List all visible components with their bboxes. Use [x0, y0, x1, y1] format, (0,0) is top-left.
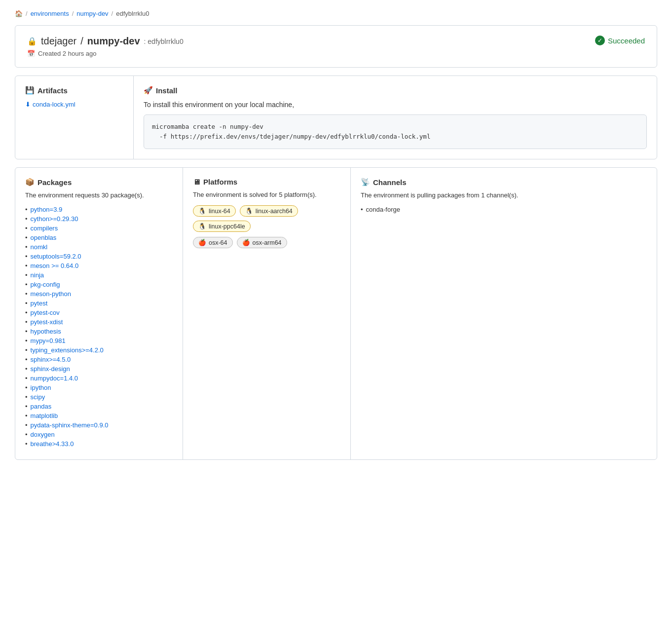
channels-column: 📡 Channels The environment is pulling pa… [351, 168, 657, 459]
linux-tags-row: 🐧linux-64🐧linux-aarch64🐧linux-ppc64le [193, 205, 340, 232]
package-item: scipy [25, 393, 173, 401]
calendar-icon: 📅 [27, 50, 35, 57]
status-badge: ✓ Succeeded [595, 36, 645, 45]
download-icon: ⬇ [25, 101, 31, 108]
osx-tags-row: 🍎osx-64🍎osx-arm64 [193, 237, 340, 248]
package-item: openblas [25, 234, 173, 241]
conda-lock-label: conda-lock.yml [33, 101, 75, 108]
platforms-title: 🖥 Platforms [193, 178, 340, 186]
repo-owner: tdejager [41, 36, 76, 47]
package-item: hypothesis [25, 328, 173, 335]
packages-column: 📦 Packages The environment requests 30 p… [15, 168, 183, 459]
platform-label: osx-arm64 [253, 239, 282, 246]
breadcrumb-repo[interactable]: numpy-dev [76, 10, 108, 17]
linux-icon: 🐧 [245, 207, 253, 215]
header-meta: 📅 Created 2 hours ago [27, 50, 184, 57]
package-item: pytest [25, 300, 173, 307]
linux-icon: 🐧 [198, 223, 206, 230]
package-item: pytest-xdist [25, 318, 173, 326]
repo-name: numpy-dev [87, 36, 140, 47]
header-separator: / [80, 36, 83, 47]
osx-icon: 🍎 [242, 239, 250, 246]
install-code-block[interactable]: micromamba create -n numpy-dev -f https:… [144, 114, 647, 149]
package-item: meson-python [25, 290, 173, 298]
package-item: sphinx-design [25, 365, 173, 373]
build-id-label: : edfyblrrklu0 [144, 38, 184, 45]
header-left: 🔒 tdejager / numpy-dev : edfyblrrklu0 📅 … [27, 36, 184, 57]
platforms-column: 🖥 Platforms The environment is solved fo… [183, 168, 351, 459]
package-item: doxygen [25, 431, 173, 438]
package-item: meson >= 0.64.0 [25, 262, 173, 269]
platform-tag-linux: 🐧linux-ppc64le [193, 221, 251, 232]
platforms-description: The environment is solved for 5 platform… [193, 191, 340, 198]
platform-label: linux-64 [209, 208, 230, 215]
osx-icon: 🍎 [198, 239, 206, 246]
install-title: 🚀 Install [144, 86, 647, 95]
package-item: numpydoc=1.4.0 [25, 375, 173, 382]
packages-title: 📦 Packages [25, 178, 173, 187]
packages-list: python=3.9cython>=0.29.30compilersopenbl… [25, 206, 173, 448]
platform-tag-linux: 🐧linux-aarch64 [240, 205, 298, 217]
package-item: ninja [25, 271, 173, 279]
artifacts-icon: 💾 [25, 86, 35, 95]
package-item: typing_extensions>=4.2.0 [25, 346, 173, 354]
package-item: pytest-cov [25, 309, 173, 316]
breadcrumb: 🏠 / environments / numpy-dev / edfyblrrk… [15, 10, 657, 17]
artifacts-title: 💾 Artifacts [25, 86, 123, 95]
install-card: 🚀 Install To install this environment on… [134, 76, 657, 159]
status-label: Succeeded [608, 37, 645, 45]
lock-icon: 🔒 [27, 37, 37, 46]
package-item: setuptools=59.2.0 [25, 253, 173, 260]
package-item: pandas [25, 403, 173, 410]
platform-tag-osx: 🍎osx-64 [193, 237, 233, 248]
channels-icon: 📡 [361, 178, 370, 187]
platform-label: linux-ppc64le [209, 223, 245, 230]
packages-icon: 📦 [25, 178, 35, 187]
breadcrumb-sep3: / [112, 10, 113, 17]
platforms-icon: 🖥 [193, 178, 200, 186]
channels-title: 📡 Channels [361, 178, 647, 187]
package-item: ipython [25, 384, 173, 391]
platform-tag-linux: 🐧linux-64 [193, 205, 236, 217]
channels-list: conda-forge [361, 206, 647, 213]
package-item: cython>=0.29.30 [25, 215, 173, 223]
package-item: breathe>4.33.0 [25, 440, 173, 448]
artifacts-card: 💾 Artifacts ⬇ conda-lock.yml [15, 76, 134, 159]
channel-item: conda-forge [361, 206, 647, 213]
breadcrumb-sep2: / [72, 10, 74, 17]
package-item: nomkl [25, 243, 173, 251]
breadcrumb-sep1: / [26, 10, 28, 17]
header-title: 🔒 tdejager / numpy-dev : edfyblrrklu0 [27, 36, 184, 47]
package-item: matplotlib [25, 412, 173, 419]
home-icon: 🏠 [15, 10, 23, 17]
platform-label: osx-64 [209, 239, 227, 246]
install-icon: 🚀 [144, 86, 153, 95]
conda-lock-link[interactable]: ⬇ conda-lock.yml [25, 101, 123, 108]
platform-label: linux-aarch64 [256, 208, 293, 215]
package-item: pkg-config [25, 281, 173, 288]
package-item: mypy=0.981 [25, 337, 173, 344]
channels-description: The environment is pulling packages from… [361, 191, 647, 199]
check-circle-icon: ✓ [595, 36, 605, 45]
artifacts-install-row: 💾 Artifacts ⬇ conda-lock.yml 🚀 Install T… [15, 76, 657, 159]
bottom-row: 📦 Packages The environment requests 30 p… [15, 167, 657, 460]
package-item: python=3.9 [25, 206, 173, 213]
install-description: To install this environment on your loca… [144, 101, 647, 109]
breadcrumb-build-id: edfyblrrklu0 [116, 10, 149, 17]
platform-tag-osx: 🍎osx-arm64 [237, 237, 287, 248]
breadcrumb-environments[interactable]: environments [31, 10, 69, 17]
packages-description: The environment requests 30 package(s). [25, 191, 173, 199]
package-item: compilers [25, 225, 173, 232]
created-text: Created 2 hours ago [38, 50, 97, 57]
header-card: 🔒 tdejager / numpy-dev : edfyblrrklu0 📅 … [15, 25, 657, 68]
linux-icon: 🐧 [198, 207, 206, 215]
package-item: pydata-sphinx-theme=0.9.0 [25, 421, 173, 429]
package-item: sphinx>=4.5.0 [25, 356, 173, 363]
